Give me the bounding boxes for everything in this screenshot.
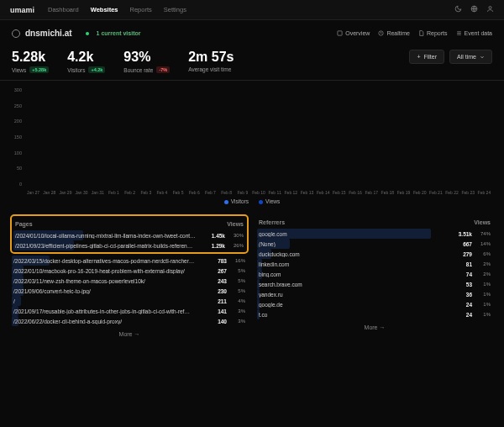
- table-row[interactable]: bing.com742%: [257, 269, 492, 279]
- visitor-count: 1 current visitor: [97, 30, 141, 36]
- referrers-title: Referrers: [259, 219, 285, 225]
- pages-panel: PagesViews /2024/01/10/local-ollama-runn…: [12, 216, 247, 337]
- chart-area: 300250200150100500 Jan 27Jan 28Jan 29Jan…: [0, 81, 504, 213]
- pages-more-button[interactable]: More: [12, 326, 247, 337]
- referrers-panel: ReferrersViews google.com3.51k74%(None)6…: [257, 216, 492, 337]
- svg-point-1: [489, 7, 491, 9]
- stat-views: 5.28k Views+5.28k: [12, 50, 49, 73]
- chart-plot: [25, 87, 492, 187]
- overview-link[interactable]: Overview: [337, 30, 370, 36]
- table-row[interactable]: duckduckgo.com2796%: [257, 249, 492, 259]
- theme-icon[interactable]: [454, 5, 462, 14]
- pages-metric: Views: [227, 221, 244, 227]
- site-header: dnsmichi.at 1 current visitor Overview R…: [0, 20, 504, 46]
- tables-row: PagesViews /2024/01/10/local-ollama-runn…: [0, 213, 504, 345]
- nav-dashboard[interactable]: Dashboard: [48, 6, 79, 13]
- nav-websites[interactable]: Websites: [91, 6, 118, 13]
- table-row[interactable]: t.co241%: [257, 309, 492, 319]
- table-row[interactable]: /2021/09/23/efficient-pipelines-gitlab-c…: [13, 240, 245, 250]
- table-row[interactable]: linkedin.com812%: [257, 259, 492, 269]
- pages-title: Pages: [15, 221, 33, 227]
- stat-visitors: 4.2k Visitors+4.2k: [67, 50, 105, 73]
- table-row[interactable]: google.com3.51k74%: [257, 229, 492, 239]
- table-row[interactable]: /2024/01/10/local-ollama-running-mixtral…: [13, 230, 245, 240]
- table-row[interactable]: /2021/09/06/convert-heic-to-jpg/2305%: [12, 286, 247, 296]
- filter-button[interactable]: + Filter: [409, 50, 444, 64]
- table-row[interactable]: /2022/01/10/macbook-pro-16-2019-heat-pro…: [12, 266, 247, 276]
- table-row[interactable]: yandex.ru361%: [257, 289, 492, 299]
- referrers-more-button[interactable]: More: [257, 319, 492, 330]
- legend-visitors: Visitors: [224, 198, 249, 204]
- legend-views: Views: [259, 198, 280, 204]
- globe-icon[interactable]: [470, 5, 478, 14]
- site-name: dnsmichi.at: [25, 29, 72, 38]
- table-row[interactable]: /2114%: [12, 296, 247, 306]
- referrers-metric: Views: [474, 219, 491, 225]
- chevron-down-icon: [480, 55, 485, 60]
- table-row[interactable]: /2021/09/17/reusable-job-attributes-in-o…: [12, 306, 247, 316]
- table-row[interactable]: /2022/06/22/docker-cli-behind-a-squid-pr…: [12, 316, 247, 326]
- table-row[interactable]: /2022/03/15/docker-desktop-alternatives-…: [12, 256, 247, 266]
- chart-legend: Visitors Views: [12, 195, 492, 211]
- chart-y-axis: 300250200150100500: [10, 87, 22, 187]
- svg-rect-2: [338, 31, 342, 35]
- nav-links: Dashboard Websites Reports Settings: [48, 6, 186, 13]
- table-row[interactable]: search.brave.com531%: [257, 279, 492, 289]
- site-ring-icon: [12, 29, 20, 38]
- table-row[interactable]: google.de241%: [257, 299, 492, 309]
- user-icon[interactable]: [486, 5, 494, 14]
- stats-row: 5.28k Views+5.28k 4.2k Visitors+4.2k 93%…: [0, 46, 504, 81]
- views-delta-badge: +5.28k: [29, 66, 49, 73]
- realtime-link[interactable]: Realtime: [378, 30, 410, 36]
- nav-settings[interactable]: Settings: [164, 6, 186, 13]
- stat-bounce: 93% Bounce rate-7%: [123, 50, 170, 73]
- brand-logo: umami: [10, 6, 34, 14]
- bounce-delta-badge: -7%: [156, 66, 170, 73]
- table-row[interactable]: /2022/03/11/new-zsh-theme-on-macos-power…: [12, 276, 247, 286]
- reports-link[interactable]: Reports: [418, 30, 448, 36]
- visitor-dot-icon: [86, 32, 89, 35]
- chart-x-axis: Jan 27Jan 28Jan 29Jan 30Jan 31Feb 1Feb 2…: [25, 190, 492, 195]
- table-row[interactable]: (None)66714%: [257, 239, 492, 249]
- nav-reports[interactable]: Reports: [130, 6, 152, 13]
- visitors-delta-badge: +4.2k: [88, 66, 105, 73]
- top-nav: umami Dashboard Websites Reports Setting…: [0, 0, 504, 20]
- eventdata-link[interactable]: Event data: [456, 30, 492, 36]
- stat-avgtime: 2m 57s Average visit time: [188, 50, 234, 72]
- daterange-select[interactable]: All time: [449, 50, 492, 64]
